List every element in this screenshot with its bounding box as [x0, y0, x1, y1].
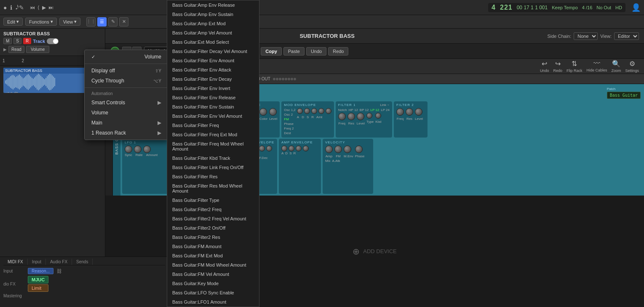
edit-menu-btn[interactable]: Edit ▾ [3, 18, 23, 26]
mjuc-btn[interactable]: MJUC [28, 276, 48, 283]
list-item[interactable]: Bass Guitar:Filter2 Freq Vel Amount [167, 214, 259, 223]
list-item[interactable]: Bass Guitar:Filter Freq [167, 121, 259, 130]
list-item[interactable]: Bass Guitar:FM Amount [167, 242, 259, 251]
filter1-freq-knob[interactable] [338, 113, 346, 120]
lfo1-amount-knob[interactable] [143, 146, 151, 153]
list-item[interactable]: Bass Guitar:Amp Env Release [167, 0, 259, 10]
tab-midi-fx[interactable]: MIDI FX [3, 259, 28, 265]
undo-rack-btn[interactable]: ↩ Undo [540, 60, 549, 73]
view-menu-btn[interactable]: View ▾ [59, 18, 81, 26]
list-item[interactable]: Bass Guitar:Filter2 On/Off [167, 223, 259, 233]
grid-icon[interactable]: ⋮⋮ [86, 17, 96, 26]
limit-btn[interactable]: Limit [28, 284, 48, 292]
fenv-amt-knob[interactable] [266, 146, 272, 151]
pen-icon[interactable]: ✎ [108, 17, 118, 26]
mod-env-s-knob[interactable] [311, 108, 317, 114]
menu-reason-rack[interactable]: 1 Reason Rack ▶ [85, 128, 168, 138]
filter1-type-knob[interactable] [366, 113, 372, 119]
track-toggle[interactable] [47, 38, 59, 44]
list-item[interactable]: Bass Guitar:FM Vel Amount [167, 270, 259, 279]
list-item[interactable]: Bass Guitar:Key Mode [167, 279, 259, 288]
menu-main[interactable]: Main ▶ [85, 118, 168, 128]
hide-cables-btn[interactable]: 〰 Hide Cables [586, 60, 607, 73]
settings-btn[interactable]: ⚙ Settings [625, 60, 639, 73]
list-item[interactable]: Bass Guitar:Amp Vel Amount [167, 28, 259, 37]
list-item[interactable]: Bass Guitar:Amp Env Sustain [167, 10, 259, 19]
vel-menv-knob[interactable] [344, 146, 351, 153]
list-item[interactable]: Bass Guitar:Filter Freq Ext Mod [167, 130, 259, 139]
noise-color-knob[interactable] [259, 108, 267, 116]
filter1-res-knob[interactable] [347, 113, 355, 120]
menu-display-off[interactable]: Display off ⇧Y [85, 66, 168, 76]
list-item[interactable]: Bass Guitar:Filter Link Freq On/Off [167, 163, 259, 172]
menu-volume-item[interactable]: Volume [85, 108, 168, 118]
list-item[interactable]: Bass Guitar:FM Mod Wheel Amount [167, 260, 259, 270]
vel-fm-knob[interactable] [334, 146, 342, 153]
aenv-d-knob[interactable] [289, 146, 294, 151]
paste-btn[interactable]: Paste [283, 47, 305, 56]
side-chain-select[interactable]: None [574, 32, 598, 40]
list-item[interactable]: Bass Guitar:Filter Type [167, 196, 259, 205]
noise-level-knob[interactable] [269, 108, 277, 116]
mod-env-r-knob[interactable] [318, 108, 324, 114]
list-item[interactable]: Bass Guitar:LFO1 Amount [167, 297, 259, 307]
zoom-btn[interactable]: 🔍 Zoom [611, 60, 621, 73]
undo-preset-btn[interactable]: Undo [306, 47, 326, 56]
list-item[interactable]: Bass Guitar:Filter Decay Vel Amount [167, 47, 259, 56]
list-item[interactable]: Bass Guitar:Filter Env Vel Amount [167, 111, 259, 121]
menu-cycle-through[interactable]: Cycle Through ⌥Y [85, 76, 168, 86]
list-icon[interactable]: ☰ [97, 17, 107, 26]
functions-menu-btn[interactable]: Functions ▾ [25, 18, 57, 26]
play-icon[interactable]: ▶ [42, 5, 46, 11]
filter2-freq-knob[interactable] [396, 108, 404, 116]
list-item[interactable]: Bass Guitar:Filter Env Invert [167, 84, 259, 93]
aenv-s-knob[interactable] [296, 146, 302, 151]
filter1-level-knob[interactable] [357, 113, 364, 120]
view-select[interactable]: Editor [614, 32, 639, 40]
menu-smart-controls[interactable]: Smart Controls ▶ [85, 98, 168, 108]
volume-btn[interactable]: Volume [26, 46, 49, 53]
filter2-level-knob[interactable] [415, 108, 422, 116]
fenv-r-knob[interactable] [259, 146, 265, 151]
filter2-res-knob[interactable] [406, 108, 413, 116]
list-item[interactable]: Bass Guitar:Filter Kbd Track [167, 154, 259, 163]
tab-audio-fx[interactable]: Audio FX [46, 259, 72, 265]
list-item[interactable]: Bass Guitar:Filter Res [167, 172, 259, 181]
record-btn[interactable]: R [23, 38, 31, 44]
close-icon[interactable]: ✕ [119, 17, 128, 26]
list-item[interactable]: Bass Guitar:Filter2 Res [167, 233, 259, 242]
list-item[interactable]: Bass Guitar:LFO Sync Enable [167, 288, 259, 297]
fast-forward-icon[interactable]: ⏭ [48, 5, 53, 11]
list-item[interactable]: Bass Guitar:Filter Env Amount [167, 56, 259, 65]
mod-env-amt-knob[interactable] [326, 108, 331, 114]
list-item[interactable]: Bass Guitar:Filter Env Attack [167, 65, 259, 74]
aenv-r-knob[interactable] [303, 146, 309, 151]
lfo1-rate-knob[interactable] [134, 146, 142, 153]
list-item[interactable]: Bass Guitar:Amp Ext Mod [167, 19, 259, 28]
mute-btn[interactable]: M [3, 38, 12, 44]
list-item[interactable]: Bass Guitar:Ext Mod Select [167, 37, 259, 47]
list-item[interactable]: Bass Guitar:Filter Env Release [167, 93, 259, 102]
list-item[interactable]: Bass Guitar:Filter2 Freq [167, 205, 259, 214]
read-btn[interactable]: Read [8, 46, 24, 53]
vel-amp-knob[interactable] [325, 146, 333, 153]
list-item[interactable]: Bass Guitar:FM Ext Mod [167, 251, 259, 260]
aenv-a-knob[interactable] [281, 146, 287, 151]
user-icon[interactable]: 👤 [631, 3, 641, 12]
filter1-kbd-knob[interactable] [375, 113, 381, 119]
tab-input[interactable]: Input [28, 259, 46, 265]
flip-rack-btn[interactable]: ⇅ Flip Rack [567, 60, 583, 73]
copy-btn[interactable]: Copy [261, 47, 282, 56]
reason-input-btn[interactable]: Reason... [28, 268, 53, 274]
menu-volume[interactable]: Volume [85, 52, 168, 62]
mod-env-d-knob[interactable] [304, 108, 310, 114]
list-item[interactable]: Bass Guitar:Filter Res Mod Wheel Amount [167, 181, 259, 196]
list-item[interactable]: Bass Guitar:Filter Env Decay [167, 74, 259, 84]
list-item[interactable]: Bass Guitar:Filter Env Sustain [167, 102, 259, 111]
prev-icon[interactable]: ⟨ [37, 5, 40, 11]
redo-rack-btn[interactable]: ↪ Redo [553, 60, 562, 73]
mod-env-a-knob[interactable] [297, 108, 303, 114]
solo-btn[interactable]: S [13, 38, 21, 44]
vel-phase-knob[interactable] [355, 146, 363, 153]
redo-preset-btn[interactable]: Redo [328, 47, 348, 56]
